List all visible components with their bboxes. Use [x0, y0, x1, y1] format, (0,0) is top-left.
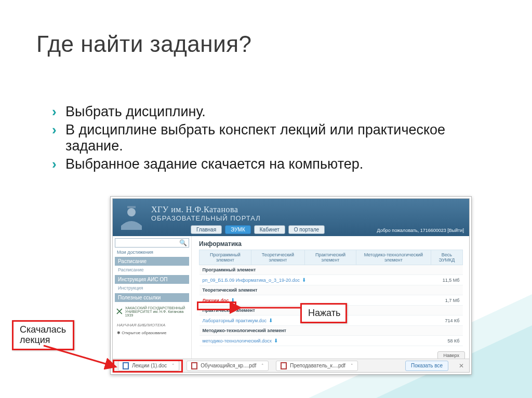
- chevron-up-icon: ˄: [351, 363, 353, 368]
- sidebar: 🔍 Мои достижения Расписание Расписание И…: [113, 236, 192, 362]
- discipline-title: Информатика: [199, 240, 463, 248]
- arrow-to-chip: [42, 344, 125, 375]
- elements-table: Программный элемент Теоретический элемен…: [199, 250, 463, 346]
- file-link-lab[interactable]: Лабораторный практикум.doc: [203, 318, 267, 323]
- svg-line-4: [44, 346, 114, 366]
- download-icon[interactable]: ⬇: [302, 277, 306, 283]
- sidebar-head-instruction: Инструкция АИС ОП: [115, 275, 189, 284]
- sidebar-head-links: Полезные ссылки: [115, 293, 189, 302]
- slide-title: Где найти задания?: [36, 31, 252, 57]
- col-method[interactable]: Методико-технологический элемент: [356, 250, 431, 265]
- file-link-method[interactable]: методико-технологический.docx: [203, 338, 272, 344]
- close-icon[interactable]: ✕: [459, 362, 464, 369]
- group-method: Методико-технологический элемент: [200, 326, 463, 336]
- col-all[interactable]: Весь ЭУМКД: [431, 250, 462, 265]
- portal-subtitle: ОБРАЗОВАТЕЛЬНЫЙ ПОРТАЛ: [151, 214, 261, 222]
- download-chip-pdf1[interactable]: Обучающийся_кр....pdf ˄: [187, 361, 269, 371]
- portal-org-name: ХГУ им. Н.Ф.Катанова: [151, 205, 238, 214]
- portal-header: ХГУ им. Н.Ф.Катанова ОБРАЗОВАТЕЛЬНЫЙ ПОР…: [113, 199, 469, 236]
- download-chip-pdf2[interactable]: Преподаватель_к....pdf ˄: [276, 361, 358, 371]
- bullet-list: Выбрать дисциплину. В дисциплине выбрать…: [52, 104, 483, 174]
- group-program: Программный элемент: [200, 265, 463, 275]
- sidebar-item-instruction[interactable]: Инструкция: [115, 284, 189, 292]
- sidebar-univ-link[interactable]: ХАКАССКИЙ ГОСУДАРСТВЕННЫЙ УНИВЕРСИТЕТ им…: [115, 302, 189, 321]
- show-all-button[interactable]: Показать все: [405, 361, 448, 371]
- pdf-icon: [191, 362, 197, 369]
- nav-cabinet[interactable]: Кабинет: [254, 225, 285, 234]
- pdf-icon: [281, 362, 287, 369]
- univ-icon: [116, 304, 123, 319]
- sidebar-achievements[interactable]: Мои достижения: [117, 250, 189, 255]
- highlight-lecture-link: [197, 301, 236, 310]
- file-size: 714 Кб: [431, 315, 462, 326]
- search-input[interactable]: 🔍: [115, 238, 189, 248]
- file-size: 11,5 Мб: [431, 275, 462, 285]
- sidebar-openedu-link[interactable]: ✱ Открытое образование: [115, 330, 189, 336]
- file-size: 58 Кб: [431, 336, 462, 346]
- embedded-screenshot: ХГУ им. Н.Ф.Катанова ОБРАЗОВАТЕЛЬНЫЙ ПОР…: [110, 196, 472, 375]
- portal-logo-icon: [116, 201, 147, 232]
- chip-label: Преподаватель_к....pdf: [290, 363, 345, 368]
- svg-point-0: [127, 208, 136, 216]
- download-icon[interactable]: ⬇: [274, 338, 278, 344]
- bullet-item: В дисциплине выбрать конспект лекций или…: [52, 122, 483, 154]
- welcome-text: Добро пожаловать, 1716600023 [Выйти]: [377, 228, 464, 233]
- search-icon: 🔍: [179, 239, 187, 246]
- bullet-item: Выбрать дисциплину.: [52, 104, 483, 120]
- col-theory[interactable]: Теоретический элемент: [251, 250, 304, 265]
- svg-rect-1: [127, 206, 136, 208]
- openedu-label: Открытое образование: [122, 331, 166, 335]
- univ-text: ХАКАССКИЙ ГОСУДАРСТВЕННЫЙ УНИВЕРСИТЕТ им…: [125, 306, 188, 317]
- sidebar-head-schedule: Расписание: [115, 257, 189, 266]
- table-row: рп_09_Б1.Б.09 Информатика_о_3_19-20.doc⬇…: [200, 275, 463, 285]
- col-program[interactable]: Программный элемент: [200, 250, 251, 265]
- file-link-program[interactable]: рп_09_Б1.Б.09 Информатика_о_3_19-20.doc: [203, 278, 300, 283]
- bullet-item: Выбранное задание скачается на компьютер…: [52, 156, 483, 172]
- group-theory: Теоретический элемент: [200, 285, 463, 295]
- sidebar-library-link[interactable]: НАУЧНАЯ БИБЛИОТЕКА: [115, 321, 189, 330]
- arrow-to-lecture: [236, 303, 301, 312]
- annotation-press: Нажать: [300, 303, 347, 323]
- chip-label: Обучающийся_кр....pdf: [201, 363, 256, 368]
- nav-main[interactable]: Главная: [191, 225, 222, 234]
- col-practice[interactable]: Практический элемент: [305, 250, 356, 265]
- nav-eumk[interactable]: ЭУМК: [225, 225, 251, 234]
- download-icon[interactable]: ⬇: [269, 318, 273, 323]
- main-panel: Информатика Программный элемент Теоретич…: [192, 236, 469, 362]
- table-row: методико-технологический.docx⬇ 58 Кб: [200, 336, 463, 346]
- chevron-up-icon: ˄: [261, 363, 264, 368]
- nav-about[interactable]: О портале: [288, 225, 325, 234]
- sidebar-item-schedule[interactable]: Расписание: [115, 266, 189, 274]
- file-size: 1,7 Мб: [431, 295, 462, 306]
